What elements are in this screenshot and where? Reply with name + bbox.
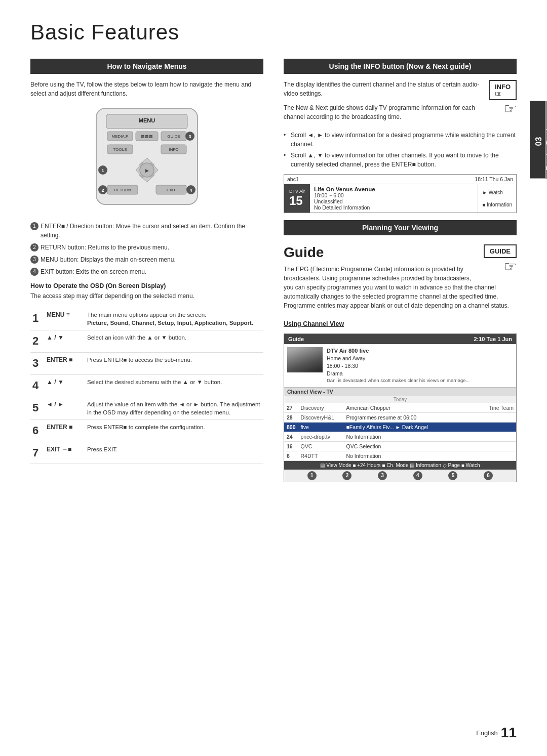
page-title: Basic Features bbox=[30, 20, 517, 45]
svg-text:2: 2 bbox=[101, 188, 104, 193]
page-footer: English 11 bbox=[476, 725, 517, 741]
guide-ch-row-3: 800 five ■Family Affairs Fiv... ► Dark A… bbox=[284, 422, 516, 432]
info-prog-category: Unclassified bbox=[314, 198, 474, 204]
svg-text:▶: ▶ bbox=[145, 168, 149, 173]
guide-ch-num-6: 6 bbox=[284, 451, 298, 460]
guide-ch-prog-2: Programmes resume at 06:00 bbox=[344, 412, 516, 422]
guide-hand-icon: ☞ bbox=[484, 258, 517, 275]
intro-text: Before using the TV, follow the steps be… bbox=[30, 80, 263, 98]
guide-channel-box-header: Guide 2:10 Tue 1 Jun bbox=[284, 334, 516, 344]
bullet-num-4: 4 bbox=[30, 268, 38, 276]
bullet-2: 2 RETURN button: Returns to the previous… bbox=[30, 243, 263, 252]
info-channel-box: abc1 18:11 Thu 6 Jan DTV Air 15 Life On … bbox=[284, 174, 517, 213]
guide-section: GUIDE ☞ Guide The EPG (Electronic Progra… bbox=[284, 244, 517, 315]
info-action1: ► Watch bbox=[482, 190, 512, 195]
guide-ch-row-1: 27 Discovery American Chopper Tine Team bbox=[284, 403, 516, 413]
guide-ch-num-4: 24 bbox=[284, 432, 298, 441]
footer-page-num: 11 bbox=[501, 725, 517, 741]
guide-ch-extra-1: Tine Team bbox=[451, 403, 516, 413]
guide-footer-bar: ▤ View Mode ■ +24 Hours ■ Ch. Mode ▤ Inf… bbox=[284, 461, 516, 470]
info-ch-label: DTV Air bbox=[289, 189, 305, 194]
step-num-7: 7 bbox=[30, 442, 45, 464]
info-button-block: INFO t⧗ ☞ bbox=[489, 80, 517, 117]
guide-ch-name-4: price-drop.tv bbox=[298, 432, 344, 441]
step-desc-2: Select an icon with the ▲ or ▼ button. bbox=[85, 330, 263, 353]
step-row-4: 4 ▲ / ▼ Select the desired submenu with … bbox=[30, 374, 263, 397]
step-desc-3: Press ENTER■ to access the sub-menu. bbox=[85, 352, 263, 374]
guide-btn-label: GUIDE bbox=[490, 247, 511, 255]
left-column: How to Navigate Menus Before using the T… bbox=[30, 59, 263, 482]
info-channel-actions: ► Watch ■ Information bbox=[478, 184, 516, 213]
svg-text:MEDIA.P: MEDIA.P bbox=[112, 134, 129, 139]
guide-ch-prog-5: QVC Selection bbox=[344, 441, 516, 451]
step-num-5: 5 bbox=[30, 397, 45, 419]
bullet-num-2: 2 bbox=[30, 243, 38, 251]
guide-ch-name-5: QVC bbox=[298, 441, 344, 451]
step-icon-4: ▲ / ▼ bbox=[45, 374, 85, 397]
step-row-7: 7 EXIT →■ Press EXIT. bbox=[30, 442, 263, 464]
svg-text:INFO: INFO bbox=[169, 147, 178, 152]
step-desc-4: Select the desired submenu with the ▲ or… bbox=[85, 374, 263, 397]
info-bullet-1: Scroll ◄, ► to view information for a de… bbox=[284, 131, 517, 149]
info-ch-num: 15 bbox=[289, 194, 305, 208]
bullet-num-1: 1 bbox=[30, 222, 38, 230]
guide-title: Guide bbox=[284, 244, 517, 261]
svg-text:RETURN: RETURN bbox=[114, 188, 131, 192]
page: Basic Features How to Navigate Menus Bef… bbox=[0, 0, 547, 756]
info-prog-name: Life On Venus Avenue bbox=[314, 186, 474, 192]
svg-text:1: 1 bbox=[101, 168, 104, 173]
bullet-1: 1 ENTER■ / Direction button: Move the cu… bbox=[30, 222, 263, 240]
step-num-3: 3 bbox=[30, 352, 45, 374]
guide-ch-row-5: 16 QVC QVC Selection bbox=[284, 441, 516, 451]
guide-ch-num-2: 28 bbox=[284, 412, 298, 422]
guide-ch-num-5: 16 bbox=[284, 441, 298, 451]
guide-ch-name-3: five bbox=[298, 422, 344, 432]
guide-prog-name: Home and Away bbox=[327, 355, 470, 362]
svg-text:GUIDE: GUIDE bbox=[167, 134, 180, 139]
step-desc-7: Press EXIT. bbox=[85, 442, 263, 464]
guide-thumb-info: DTV Air 800 five Home and Away 18:00 - 1… bbox=[327, 347, 470, 384]
info-btn-sublabel: t⧗ bbox=[495, 91, 511, 97]
info-action2: ■ Information bbox=[482, 202, 512, 207]
bullet-4: 4 EXIT button: Exits the on-screen menu. bbox=[30, 267, 263, 276]
info-channel-body: DTV Air 15 Life On Venus Avenue 18:00 ~ … bbox=[284, 184, 516, 213]
guide-ch-name-6: R4DTT bbox=[298, 451, 344, 460]
section2-header: Using the INFO button (Now & Next guide) bbox=[284, 59, 517, 74]
info-bullet-2: Scroll ▲, ▼ to view information for othe… bbox=[284, 151, 517, 169]
info-ch-header-right: 18:11 Thu 6 Jan bbox=[475, 176, 513, 182]
remote-diagram: MENU MEDIA.P ▩▩▩ GUIDE 3 TOOLS INFO bbox=[81, 103, 213, 217]
guide-channel-thumb: DTV Air 800 five Home and Away 18:00 - 1… bbox=[284, 344, 516, 388]
step-num-4: 4 bbox=[30, 374, 45, 397]
guide-box-header-right: 2:10 Tue 1 Jun bbox=[474, 336, 512, 342]
info-button-box: INFO t⧗ bbox=[489, 80, 517, 100]
bullet-num-3: 3 bbox=[30, 256, 38, 264]
guide-intro: The EPG (Electronic Programme Guide) inf… bbox=[284, 265, 517, 310]
guide-ch-prog-6: No Information bbox=[344, 451, 516, 460]
guide-ch-row-2: 28 DiscoveryH&L Programmes resume at 06:… bbox=[284, 412, 516, 422]
info-text2: The Now & Next guide shows daily TV prog… bbox=[284, 103, 517, 121]
guide-prog-time: 18:00 - 18:30 bbox=[327, 362, 470, 370]
guide-footer-num-6: 6 bbox=[484, 471, 493, 480]
sidebar-label: Basic Features bbox=[544, 109, 547, 171]
guide-ch-row-4: 24 price-drop.tv No Information bbox=[284, 432, 516, 441]
info-prog-time: 18:00 ~ 6:00 bbox=[314, 192, 474, 198]
step-icon-2: ▲ / ▼ bbox=[45, 330, 85, 353]
guide-prog-title: DTV Air 800 five bbox=[327, 347, 470, 355]
guide-footer-num-2: 2 bbox=[342, 471, 351, 480]
step-num-6: 6 bbox=[30, 419, 45, 442]
guide-button-box: GUIDE bbox=[484, 244, 517, 258]
info-channel-header: abc1 18:11 Thu 6 Jan bbox=[284, 175, 516, 184]
step-row-3: 3 ENTER ■ Press ENTER■ to access the sub… bbox=[30, 352, 263, 374]
osd-intro: The access step may differ depending on … bbox=[30, 291, 263, 301]
info-section: INFO t⧗ ☞ The display identifies the cur… bbox=[284, 80, 517, 127]
guide-footer-num-1: 1 bbox=[307, 471, 317, 480]
guide-ch-prog-1: American Chopper bbox=[344, 403, 452, 413]
sidebar-tab: 03 Basic Features bbox=[530, 101, 547, 179]
guide-thumb-image bbox=[287, 347, 323, 372]
guide-ch-num-3: 800 bbox=[284, 422, 298, 432]
svg-text:EXIT: EXIT bbox=[167, 188, 176, 192]
svg-text:▩▩▩: ▩▩▩ bbox=[141, 134, 153, 139]
footer-lang: English bbox=[476, 729, 498, 737]
guide-ch-prog-3: ■Family Affairs Fiv... ► Dark Angel bbox=[344, 422, 516, 432]
steps-table: 1 MENU ≡ The main menu options appear on… bbox=[30, 308, 263, 464]
